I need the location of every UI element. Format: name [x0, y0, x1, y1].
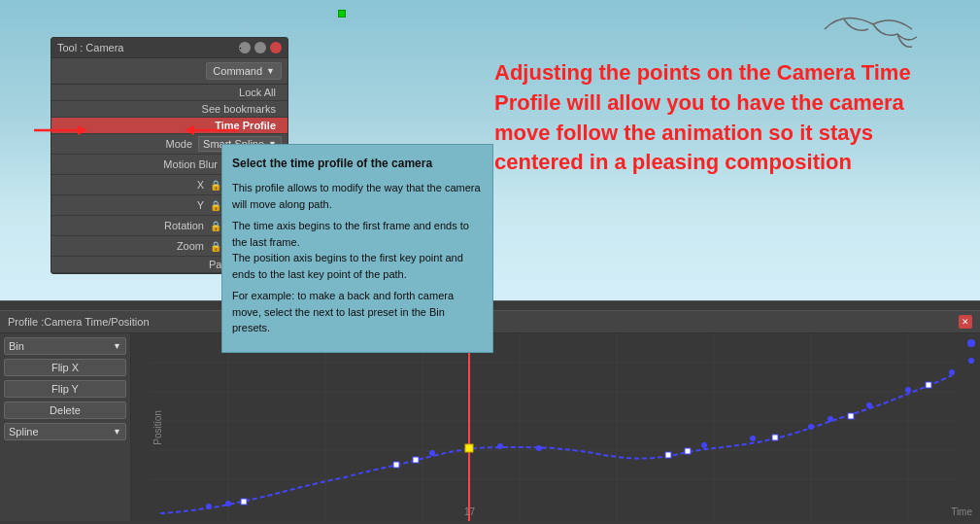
- svg-point-18: [206, 504, 212, 509]
- rotation-lock-icon: 🔒: [210, 221, 221, 231]
- tooltip-title: Select the time profile of the camera: [232, 155, 483, 172]
- svg-rect-20: [241, 499, 247, 505]
- svg-point-38: [949, 369, 955, 375]
- svg-point-32: [808, 424, 814, 430]
- time-profile-label: Time Profile: [57, 120, 282, 131]
- svg-point-35: [866, 402, 872, 408]
- svg-point-26: [536, 445, 542, 451]
- svg-point-25: [497, 443, 503, 449]
- zoom-label: Zoom: [57, 240, 210, 252]
- flip-x-button[interactable]: Flip X: [4, 359, 126, 376]
- tool-panel-header: Tool : Camera ·: [51, 38, 287, 58]
- header-icons: ·: [239, 42, 282, 53]
- svg-point-23: [429, 450, 435, 456]
- bin-dropdown[interactable]: Bin ▼: [4, 337, 126, 355]
- svg-marker-1: [78, 125, 87, 135]
- time-axis-label: Time: [951, 507, 972, 517]
- x-lock-icon: 🔒: [210, 180, 221, 191]
- svg-point-19: [225, 501, 231, 507]
- y-lock-icon: 🔒: [210, 200, 221, 211]
- zoom-lock-icon: 🔒: [210, 241, 221, 252]
- tool-panel-title: Tool : Camera: [57, 42, 123, 53]
- y-label: Y: [57, 199, 210, 211]
- timeline-canvas[interactable]: Position: [131, 333, 980, 521]
- svg-point-39: [968, 358, 974, 364]
- flip-y-button[interactable]: Flip Y: [4, 380, 126, 398]
- svg-rect-27: [665, 452, 671, 458]
- tooltip: Select the time profile of the camera Th…: [221, 144, 493, 353]
- timeline-close-button[interactable]: ✕: [959, 315, 972, 329]
- see-bookmarks-row[interactable]: See bookmarks: [51, 101, 287, 118]
- arrow-right: [185, 121, 243, 140]
- svg-rect-34: [848, 413, 854, 419]
- command-dropdown-arrow: ▼: [266, 66, 275, 76]
- rotation-label: Rotation: [57, 220, 210, 231]
- svg-point-30: [750, 436, 756, 441]
- maximize-icon[interactable]: [254, 42, 266, 53]
- delete-button[interactable]: Delete: [4, 402, 126, 419]
- lock-all-row[interactable]: Lock All: [51, 85, 287, 101]
- svg-marker-3: [185, 125, 194, 135]
- timeline-body: Bin ▼ Flip X Flip Y Delete Spline ▼ Posi…: [0, 333, 980, 521]
- svg-point-36: [905, 387, 911, 393]
- command-bar: Command ▼: [51, 58, 287, 85]
- tooltip-paragraph-1: This profile allows to modify the way th…: [232, 180, 483, 212]
- sketch-drawing: [747, 0, 941, 53]
- spline-dropdown[interactable]: Spline ▼: [4, 423, 126, 440]
- svg-rect-22: [413, 457, 419, 463]
- svg-point-33: [828, 416, 833, 422]
- command-dropdown[interactable]: Command ▼: [206, 62, 282, 80]
- close-icon[interactable]: [270, 42, 282, 53]
- see-bookmarks-label: See bookmarks: [57, 103, 282, 115]
- x-label: X: [57, 179, 210, 191]
- svg-rect-24: [465, 444, 473, 452]
- svg-rect-21: [393, 462, 399, 468]
- tooltip-paragraph-2: The time axis begins to the first frame …: [232, 218, 483, 282]
- timeline-svg: [131, 333, 980, 521]
- svg-point-40: [967, 339, 975, 347]
- arrow-left: [29, 121, 87, 140]
- green-marker: [338, 10, 346, 17]
- svg-rect-28: [685, 448, 691, 454]
- timeline-sidebar: Bin ▼ Flip X Flip Y Delete Spline ▼: [0, 333, 131, 521]
- lock-all-label: Lock All: [57, 87, 282, 98]
- minimize-icon[interactable]: ·: [239, 42, 251, 53]
- motion-blur-label: Motion Blur: [57, 158, 223, 170]
- timeline-title: Profile :Camera Time/Position: [8, 316, 150, 328]
- svg-point-29: [701, 442, 707, 448]
- tooltip-paragraph-3: For example: to make a back and forth ca…: [232, 288, 483, 336]
- svg-rect-31: [772, 435, 778, 440]
- frame-number: 17: [464, 507, 475, 517]
- command-label: Command: [213, 65, 262, 77]
- svg-rect-37: [926, 382, 931, 388]
- instruction-text: Adjusting the points on the Camera Time …: [494, 58, 961, 178]
